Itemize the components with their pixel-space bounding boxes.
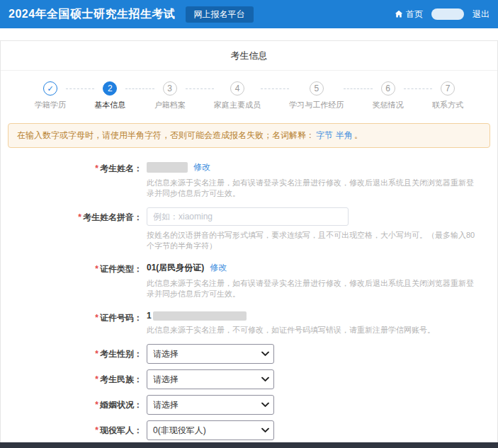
halfwidth-definition-link[interactable]: 半角 [336, 130, 353, 140]
header-nav: 首页 退出 [395, 8, 489, 21]
military-select[interactable]: 0(非现役军人) [147, 420, 274, 440]
step-number: 2 [103, 81, 117, 96]
id-type-label: 证件类型： [100, 264, 142, 274]
step-jiating-chengyuan[interactable]: 4 家庭主要成员 [214, 81, 261, 110]
step-xuexi-gongzuo[interactable]: 5 学习与工作经历 [289, 81, 344, 110]
field-row-military: *现役军人： 0(非现役军人) [1, 420, 497, 440]
home-link-label: 首页 [406, 8, 423, 21]
home-link[interactable]: 首页 [395, 8, 423, 21]
halfwidth-notice: 在输入数字或字母时，请使用半角字符，否则可能会造成报名失败；名词解释：字节半角。 [8, 123, 490, 148]
marital-select[interactable]: 请选择 [147, 395, 274, 415]
byte-definition-link[interactable]: 字节 [316, 130, 333, 140]
required-mark: * [95, 313, 98, 323]
name-label: 考生姓名： [100, 163, 142, 173]
field-row-ethnicity: *考生民族： 请选择 [1, 369, 497, 389]
platform-badge: 网上报名平台 [186, 6, 254, 23]
field-row-id-type: *证件类型： 01(居民身份证)修改 此信息来源于实名注册，如有误请登录实名注册… [1, 259, 497, 299]
notice-text: 在输入数字或字母时，请使用半角字符，否则可能会造成报名失败；名词解释： [17, 130, 315, 140]
field-row-id-number: *证件号码： 1 此信息来源于实名注册，不可修改，如证件号码填写错误，请重新注册… [1, 308, 497, 335]
required-mark: * [78, 212, 81, 222]
main-content: 考生信息 ✓ 学籍学历 2 基本信息 3 户籍档案 4 家庭主要成员 5 学习与… [0, 40, 498, 448]
id-type-modify-link[interactable]: 修改 [210, 263, 227, 272]
notice-period: 。 [354, 130, 363, 140]
pinyin-helper-text: 按姓名的汉语拼音的书写形式填写，要求连续写，且不可出现空格，大小写均可。（最多输… [147, 230, 480, 251]
field-row-name: *考生姓名： 修改 此信息来源于实名注册，如有误请登录实名注册进行修改，修改后退… [1, 159, 497, 199]
step-number: 6 [381, 81, 395, 96]
username-redacted [431, 8, 464, 20]
step-jiangcheng[interactable]: 6 奖惩情况 [373, 81, 404, 110]
step-connector [404, 88, 432, 89]
id-number-redacted [153, 311, 247, 321]
progress-stepper: ✓ 学籍学历 2 基本信息 3 户籍档案 4 家庭主要成员 5 学习与工作经历 … [1, 71, 497, 117]
name-value-redacted [147, 162, 188, 173]
footer-bar [0, 442, 498, 448]
page-title: 考生信息 [1, 41, 497, 71]
name-modify-link[interactable]: 修改 [193, 162, 210, 172]
pinyin-label: 考生姓名拼音： [83, 212, 142, 222]
step-xueji-xueli[interactable]: ✓ 学籍学历 [35, 81, 66, 110]
step-connector [66, 88, 94, 89]
required-mark: * [95, 163, 98, 173]
step-number: 3 [163, 81, 177, 96]
home-icon [395, 10, 403, 18]
step-number: 7 [441, 81, 455, 96]
ethnicity-select[interactable]: 请选择 [147, 369, 274, 389]
marital-label: 婚姻状况： [100, 400, 142, 410]
step-jiben-xinxi[interactable]: 2 基本信息 [94, 81, 125, 110]
step-lianxi-fangshi[interactable]: 7 联系方式 [432, 81, 463, 110]
ethnicity-label: 考生民族： [100, 374, 142, 384]
id-type-helper-text: 此信息来源于实名注册，如有误请登录实名注册进行修改，修改后退出系统且关闭浏览器重… [147, 278, 480, 299]
app-title: 2024年全国硕士研究生招生考试 [9, 7, 176, 22]
field-row-pinyin: *考生姓名拼音： 按姓名的汉语拼音的书写形式填写，要求连续写，且不可出现空格，大… [1, 207, 497, 251]
step-connector [344, 88, 372, 89]
step-connector [125, 88, 154, 89]
name-helper-text: 此信息来源于实名注册，如有误请登录实名注册进行修改，修改后退出系统且关闭浏览器重… [147, 178, 480, 199]
required-mark: * [95, 374, 98, 384]
logout-link-label: 退出 [472, 8, 489, 21]
logout-link[interactable]: 退出 [472, 8, 489, 21]
id-number-label: 证件号码： [100, 313, 142, 323]
candidate-info-form: *考生姓名： 修改 此信息来源于实名注册，如有误请登录实名注册进行修改，修改后退… [1, 159, 497, 448]
id-type-value: 01(居民身份证) [147, 263, 204, 272]
required-mark: * [95, 425, 98, 435]
field-row-gender: *考生性别： 请选择 [1, 344, 497, 364]
gender-select[interactable]: 请选择 [147, 344, 274, 364]
step-connector [261, 88, 289, 89]
field-row-marital: *婚姻状况： 请选择 [1, 395, 497, 415]
id-number-helper-text: 此信息来源于实名注册，不可修改，如证件号码填写错误，请重新注册学信网账号。 [147, 325, 435, 335]
step-connector [186, 88, 214, 89]
required-mark: * [95, 264, 98, 274]
required-mark: * [95, 400, 98, 410]
step-number: 4 [230, 81, 244, 96]
step-number: 5 [310, 81, 324, 96]
gender-label: 考生性别： [100, 349, 142, 359]
top-header-bar: 2024年全国硕士研究生招生考试 网上报名平台 首页 退出 [0, 0, 498, 28]
check-icon: ✓ [43, 81, 57, 96]
step-huji-dangan[interactable]: 3 户籍档案 [154, 81, 186, 110]
required-mark: * [95, 349, 98, 359]
id-number-prefix: 1 [147, 311, 152, 321]
pinyin-input[interactable] [147, 207, 349, 226]
military-label: 现役军人： [100, 425, 142, 435]
